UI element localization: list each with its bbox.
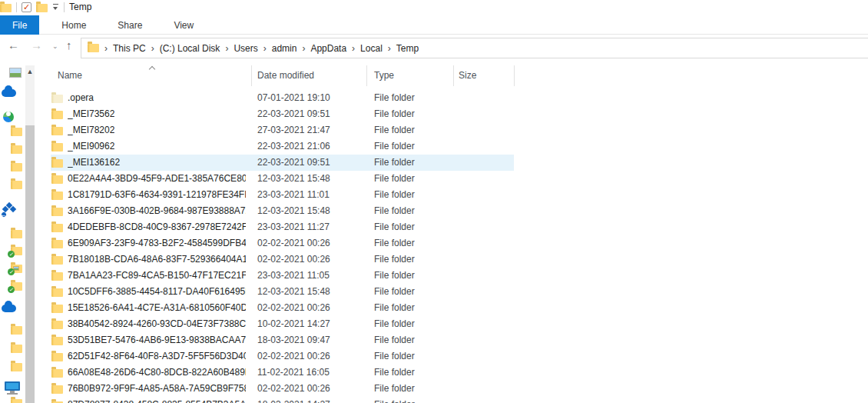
breadcrumb-item[interactable]: Users	[234, 43, 257, 54]
file-name[interactable]: 62D51F42-8F64-40F8-A3D7-5F5F56D3D408	[68, 351, 246, 361]
breadcrumb-chevron-icon[interactable]: ›	[383, 43, 396, 54]
table-row[interactable]: 76B0B972-9F9F-4A85-A58A-7A59CB9F758502-0…	[0, 381, 868, 397]
table-row[interactable]: 0E22A4A4-3BD9-45F9-ADE1-385A76CE80...12-…	[0, 171, 868, 187]
column-header-row: Name Date modified Type Size	[42, 65, 518, 86]
file-name[interactable]: 76B0B972-9F9F-4A85-A58A-7A59CB9F7585	[68, 383, 246, 394]
file-name[interactable]: 38B40542-8924-4260-93CD-04E73F7388CF	[68, 318, 246, 329]
file-name[interactable]: 3A166F9E-030B-402B-9684-987E93888A72	[68, 205, 246, 216]
column-header-type[interactable]: Type	[374, 70, 394, 81]
column-header-name[interactable]: Name	[58, 70, 82, 81]
breadcrumb-item[interactable]: AppData	[310, 43, 346, 54]
table-row[interactable]: _MEI7356222-03-2021 09:51File folder	[0, 106, 868, 122]
file-type: File folder	[374, 254, 415, 265]
tab-home[interactable]: Home	[47, 15, 101, 35]
tab-view[interactable]: View	[159, 15, 208, 35]
forward-button[interactable]: →	[31, 38, 42, 52]
file-name[interactable]: _MEI73562	[68, 108, 114, 119]
column-divider[interactable]	[453, 65, 454, 86]
scrollbar-thumb[interactable]	[25, 125, 35, 403]
table-row[interactable]: 1C81791D-63F6-4634-9391-121978FE34FB23-0…	[0, 187, 868, 203]
address-bar[interactable]: ›This PC›(C:) Local Disk›Users›admin›App…	[81, 38, 868, 58]
up-button[interactable]: ↑	[66, 38, 72, 52]
tab-file[interactable]: File	[0, 15, 39, 35]
breadcrumb-chevron-icon[interactable]: ›	[297, 43, 310, 54]
table-row[interactable]: 3A166F9E-030B-402B-9684-987E93888A7212-0…	[0, 203, 868, 219]
breadcrumb-item[interactable]: (C:) Local Disk	[160, 43, 220, 54]
folder-icon	[51, 240, 63, 248]
breadcrumb-item[interactable]: This PC	[113, 43, 146, 54]
table-row[interactable]: _MEI9096222-03-2021 21:06File folder	[0, 138, 868, 155]
file-type: File folder	[374, 157, 415, 168]
table-row[interactable]: 4DEDEBFB-8CD8-40C9-8367-2978E7242F3F23-0…	[0, 219, 868, 235]
toolbar-divider	[64, 2, 65, 12]
navpane-scrollbar[interactable]: ▲	[25, 65, 35, 403]
file-name[interactable]: _MEI78202	[68, 125, 114, 135]
table-row[interactable]: 66A08E48-26D6-4C80-8DCB-822A60B489FE11-0…	[0, 365, 868, 381]
folder-icon	[51, 95, 63, 103]
file-type: File folder	[374, 108, 415, 119]
folder-icon	[51, 321, 63, 329]
file-name[interactable]: 66A08E48-26D6-4C80-8DCB-822A60B489FE	[68, 367, 246, 378]
recent-locations-chevron-icon[interactable]: ⌄	[52, 42, 58, 50]
date-modified: 02-02-2021 00:26	[257, 383, 330, 394]
sort-ascending-icon	[150, 65, 155, 71]
table-row[interactable]: .opera07-01-2021 19:10File folder	[0, 90, 868, 106]
breadcrumb-item[interactable]: Temp	[396, 43, 419, 54]
file-name[interactable]: 7B18018B-CDA6-48A6-83F7-529366404A14	[68, 254, 246, 265]
table-row[interactable]: 15E18526-6A41-4C7E-A31A-6810560F40D502-0…	[0, 300, 868, 316]
file-name[interactable]: _MEI136162	[68, 157, 120, 168]
new-folder-icon[interactable]	[36, 4, 48, 12]
breadcrumb-chevron-icon[interactable]: ›	[220, 43, 234, 54]
breadcrumb-chevron-icon[interactable]: ›	[99, 43, 113, 54]
breadcrumb-chevron-icon[interactable]: ›	[258, 43, 272, 54]
scrollbar-up-arrow-icon[interactable]: ▲	[25, 68, 35, 75]
date-modified: 18-03-2021 09:47	[257, 335, 330, 345]
column-header-date-modified[interactable]: Date modified	[257, 70, 314, 81]
table-row[interactable]: 6E909AF3-23F9-4783-B2F2-4584599DFB4E02-0…	[0, 235, 868, 251]
file-name[interactable]: 53D51BE7-5476-4AB6-9E13-9838BACAA7...	[68, 335, 246, 345]
back-button[interactable]: ←	[8, 38, 19, 52]
table-row[interactable]: 87D78877-8438-458C-8835-8554B7B3A5A118-0…	[0, 397, 868, 403]
folder-icon	[51, 111, 63, 119]
file-name[interactable]: 4DEDEBFB-8CD8-40C9-8367-2978E7242F3F	[68, 221, 246, 232]
date-modified: 27-03-2021 21:47	[257, 125, 330, 135]
file-type: File folder	[374, 270, 415, 281]
table-row[interactable]: _MEI7820227-03-2021 21:47File folder	[0, 122, 868, 138]
pictures-icon[interactable]	[9, 68, 22, 78]
file-name[interactable]: _MEI90962	[68, 141, 114, 152]
folder-icon	[51, 127, 63, 135]
table-row[interactable]: 38B40542-8924-4260-93CD-04E73F7388CF10-0…	[0, 316, 868, 332]
file-type: File folder	[374, 351, 415, 361]
file-name[interactable]: 15E18526-6A41-4C7E-A31A-6810560F40D5	[68, 302, 246, 313]
table-row[interactable]: 7B18018B-CDA6-48A6-83F7-529366404A1402-0…	[0, 251, 868, 268]
file-name[interactable]: 10C5DFF6-3885-4454-8117-DA40F616495B	[68, 286, 246, 297]
file-name[interactable]: 7BA1AA23-FC89-4CA5-B150-47F17EC21F...	[68, 270, 246, 281]
table-row[interactable]: 10C5DFF6-3885-4454-8117-DA40F616495B12-0…	[0, 284, 868, 300]
column-divider[interactable]	[251, 65, 252, 86]
date-modified: 23-03-2021 11:27	[257, 221, 330, 232]
tab-share[interactable]: Share	[103, 15, 157, 35]
qat-customize-dropdown-icon[interactable]	[52, 4, 59, 10]
file-name[interactable]: 0E22A4A4-3BD9-45F9-ADE1-385A76CE80...	[68, 173, 246, 184]
file-name[interactable]: 87D78877-8438-458C-8835-8554B7B3A5A1	[68, 399, 246, 403]
column-divider[interactable]	[514, 65, 515, 86]
file-name[interactable]: .opera	[68, 92, 94, 103]
breadcrumb-chevron-icon[interactable]: ›	[146, 43, 160, 54]
folder-icon	[51, 369, 63, 378]
file-name[interactable]: 6E909AF3-23F9-4783-B2F2-4584599DFB4E	[68, 238, 246, 248]
column-divider[interactable]	[366, 65, 367, 86]
file-name[interactable]: 1C81791D-63F6-4634-9391-121978FE34FB	[68, 189, 246, 200]
date-modified: 02-02-2021 00:26	[257, 254, 330, 265]
table-row[interactable]: 53D51BE7-5476-4AB6-9E13-9838BACAA7...18-…	[0, 332, 868, 348]
table-row[interactable]: 7BA1AA23-FC89-4CA5-B150-47F17EC21F...23-…	[0, 268, 868, 284]
column-header-size[interactable]: Size	[459, 70, 476, 81]
date-modified: 22-03-2021 09:51	[257, 157, 330, 168]
breadcrumb-item[interactable]: admin	[272, 43, 297, 54]
properties-check-icon[interactable]: ✓	[22, 2, 31, 12]
file-type: File folder	[374, 286, 415, 297]
table-row[interactable]: 62D51F42-8F64-40F8-A3D7-5F5F56D3D40802-0…	[0, 348, 868, 365]
breadcrumb-chevron-icon[interactable]: ›	[346, 43, 360, 54]
file-type: File folder	[374, 399, 415, 403]
table-row[interactable]: _MEI13616222-03-2021 09:51File folder	[0, 155, 868, 171]
breadcrumb-item[interactable]: Local	[360, 43, 383, 54]
